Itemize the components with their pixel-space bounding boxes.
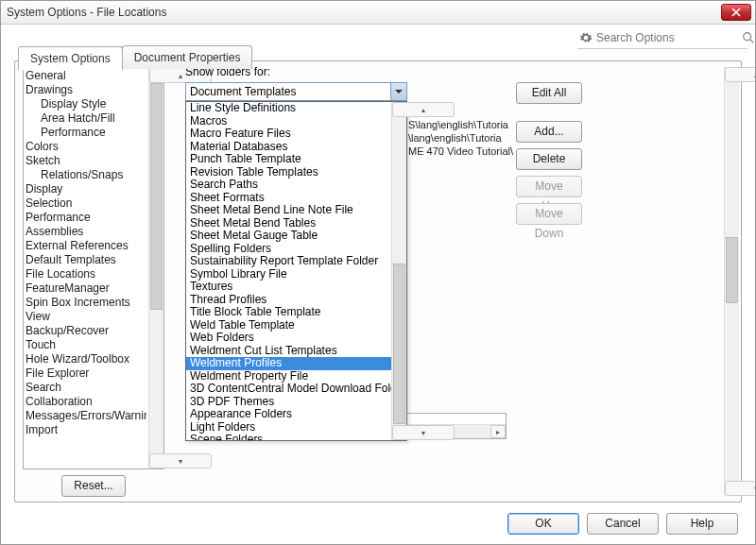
category-item[interactable]: Performance [26,126,146,140]
category-item[interactable]: Drawings [26,83,146,97]
category-item[interactable]: Relations/Snaps [26,168,146,182]
dropdown-option[interactable]: Sheet Metal Gauge Table [186,230,391,243]
scroll-thumb[interactable] [150,83,163,310]
category-item[interactable]: Search [26,381,146,395]
cancel-button[interactable]: Cancel [587,513,659,535]
content-panel: GeneralDrawingsDisplay StyleArea Hatch/F… [14,60,742,502]
dropdown-option[interactable]: Weldment Property File [186,370,391,383]
dropdown-option[interactable]: Light Folders [186,421,391,434]
scroll-thumb[interactable] [393,264,405,424]
category-item[interactable]: External References [26,239,146,253]
folder-path-visible-text: S\lang\english\Tutoria \lang\english\Tut… [408,118,513,158]
category-item[interactable]: Area Hatch/Fill [26,111,146,126]
scroll-thumb[interactable] [726,237,738,303]
category-item[interactable]: Default Templates [26,253,146,267]
scroll-up-icon[interactable]: ▴ [392,102,455,117]
dropdown-option[interactable]: Weldment Profiles [186,357,391,370]
dropdown-option[interactable]: Symbol Library File [186,268,391,281]
help-button[interactable]: Help [666,513,738,535]
category-scrollbar[interactable]: ▴ ▾ [148,68,163,468]
dropdown-option[interactable]: Web Folders [186,332,391,345]
search-icon [742,30,755,45]
dropdown-option[interactable]: 3D ContentCentral Model Download Folder [186,383,391,396]
category-item[interactable]: View [26,310,146,324]
combo-value: Document Templates [186,83,390,100]
close-icon [731,8,741,17]
category-item[interactable]: Backup/Recover [26,324,146,338]
show-folders-combo[interactable]: Document Templates [185,82,407,101]
category-item[interactable]: Assemblies [26,225,146,239]
category-item[interactable]: Spin Box Increments [26,296,146,310]
category-item[interactable]: Touch [26,338,146,352]
dropdown-option[interactable]: Punch Table Template [186,153,391,166]
category-item[interactable]: Hole Wizard/Toolbox [26,352,146,366]
tab-document-properties[interactable]: Document Properties [122,45,253,69]
dropdown-option[interactable]: Scene Folders [186,434,391,440]
show-folders-dropdown[interactable]: Line Style DefinitionsMacrosMacro Featur… [185,101,407,441]
category-item[interactable]: Messages/Errors/Warnings [26,409,146,423]
dropdown-option[interactable]: Search Paths [186,179,391,192]
scroll-down-icon[interactable]: ▾ [392,425,455,440]
scroll-up-icon[interactable]: ▴ [725,67,756,82]
reset-button[interactable]: Reset... [61,475,125,497]
category-item[interactable]: File Locations [26,267,146,281]
move-up-button[interactable]: Move Up [516,176,582,197]
svg-line-1 [750,39,754,43]
search-input[interactable] [593,29,742,46]
category-item[interactable]: Colors [26,140,146,154]
dropdown-option[interactable]: Macro Feature Files [186,128,391,141]
add-button[interactable]: Add... [516,121,582,143]
dialog-buttons: OK Cancel Help [507,513,738,535]
dropdown-option[interactable]: Thread Profiles [186,294,391,307]
dropdown-option[interactable]: Macros [186,115,391,128]
category-item[interactable]: Sketch [26,154,146,168]
scroll-right-icon[interactable]: ▸ [490,425,506,438]
category-item[interactable]: Performance [26,211,146,225]
category-item[interactable]: Display [26,182,146,196]
ok-button[interactable]: OK [507,513,579,535]
dropdown-option[interactable]: Sheet Formats [186,192,391,205]
gear-icon [579,30,593,45]
dropdown-option[interactable]: Sustainability Report Template Folder [186,255,391,268]
tab-system-options[interactable]: System Options [18,46,123,70]
dropdown-option[interactable]: Weld Table Template [186,319,391,332]
dropdown-option[interactable]: Revision Table Templates [186,166,391,179]
category-item[interactable]: General [26,69,146,83]
dropdown-option[interactable]: Spelling Folders [186,243,391,256]
dropdown-option[interactable]: Textures [186,281,391,294]
scroll-down-icon[interactable]: ▾ [149,453,212,468]
reset-wrap: Reset... [23,475,164,497]
side-buttons: Edit All Add... Delete Move Up Move Down [516,82,582,225]
svg-point-0 [744,32,751,40]
dropdown-scrollbar[interactable]: ▴ ▾ [391,102,406,440]
panel-scrollbar[interactable]: ▴ ▾ [724,67,739,496]
edit-all-button[interactable]: Edit All [516,82,582,104]
category-item[interactable]: Selection [26,196,146,211]
close-button[interactable] [721,4,751,21]
category-item[interactable]: FeatureManager [26,281,146,296]
category-item[interactable]: Import [26,423,146,437]
dropdown-option[interactable]: Material Databases [186,141,391,154]
category-list[interactable]: GeneralDrawingsDisplay StyleArea Hatch/F… [23,67,164,469]
titlebar: System Options - File Locations [1,1,755,25]
dropdown-option[interactable]: Title Block Table Template [186,306,391,319]
chevron-down-icon[interactable] [390,83,406,100]
dropdown-option[interactable]: Appearance Folders [186,408,391,421]
window-title: System Options - File Locations [7,6,166,19]
category-item[interactable]: Collaboration [26,395,146,409]
dropdown-option[interactable]: 3D PDF Themes [186,396,391,409]
tab-strip: System Options Document Properties [18,45,755,69]
category-item[interactable]: Display Style [26,97,146,111]
dropdown-option[interactable]: Line Style Definitions [186,102,391,115]
delete-button[interactable]: Delete [516,148,582,170]
move-down-button[interactable]: Move Down [516,203,582,225]
dropdown-option[interactable]: Sheet Metal Bend Tables [186,217,391,230]
scroll-down-icon[interactable]: ▾ [725,481,756,496]
category-item[interactable]: File Explorer [26,366,146,381]
dropdown-option[interactable]: Weldment Cut List Templates [186,345,391,358]
dropdown-option[interactable]: Sheet Metal Bend Line Note File [186,204,391,217]
